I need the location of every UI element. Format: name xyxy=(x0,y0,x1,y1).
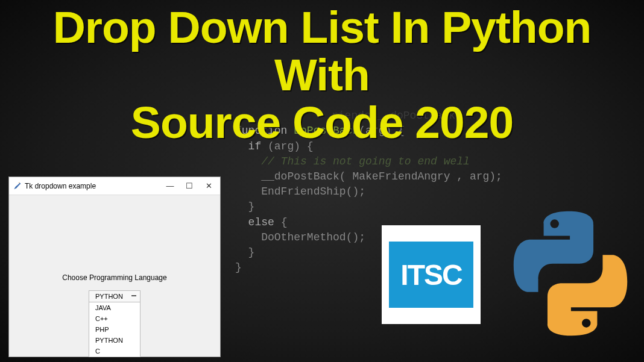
code-comment: // This is not going to end well xyxy=(261,155,470,167)
code-text: EndFriendShip(); xyxy=(261,186,365,198)
dropdown-option[interactable]: PHP xyxy=(89,324,140,335)
dropdown-list: JAVA C++ PHP PYTHON C xyxy=(89,302,140,357)
dropdown-option[interactable]: C++ xyxy=(89,313,140,324)
dropdown-option[interactable]: PYTHON xyxy=(89,335,140,346)
tk-feather-icon xyxy=(13,182,21,190)
language-dropdown[interactable]: PYTHON JAVA C++ PHP PYTHON C xyxy=(89,290,140,357)
dropdown-label: Choose Programming Language xyxy=(33,273,196,282)
title-bar: Tk dropdown example — ☐ ✕ xyxy=(9,177,220,195)
dropdown-option[interactable]: C xyxy=(89,346,140,357)
code-text: DoOtherMethod(); xyxy=(261,231,365,243)
maximize-button[interactable]: ☐ xyxy=(185,181,194,190)
window-body: Choose Programming Language PYTHON JAVA … xyxy=(9,195,220,357)
code-text: } xyxy=(248,201,255,213)
tk-window: Tk dropdown example — ☐ ✕ Choose Program… xyxy=(8,176,221,357)
window-controls: — ☐ ✕ xyxy=(166,181,216,190)
dropdown-option[interactable]: JAVA xyxy=(89,302,140,313)
window-title: Tk dropdown example xyxy=(25,182,166,190)
itsc-logo: ITSC xyxy=(382,225,481,324)
minimize-button[interactable]: — xyxy=(166,181,174,190)
close-button[interactable]: ✕ xyxy=(204,181,213,190)
code-text: } xyxy=(248,246,255,258)
code-keyword: else xyxy=(248,216,274,228)
code-text: { xyxy=(274,216,288,228)
headline-line-2: Source Code 2020 xyxy=(0,99,644,146)
dropdown-selected[interactable]: PYTHON xyxy=(89,290,140,302)
code-text: __doPostBack( MakeFriendAngry , arg); xyxy=(261,170,502,183)
python-logo-icon xyxy=(500,204,640,343)
page-headline: Drop Down List In Python With Source Cod… xyxy=(0,0,644,146)
code-text: } xyxy=(235,261,242,273)
itsc-logo-text: ITSC xyxy=(389,242,473,308)
headline-line-1: Drop Down List In Python With xyxy=(0,4,644,99)
